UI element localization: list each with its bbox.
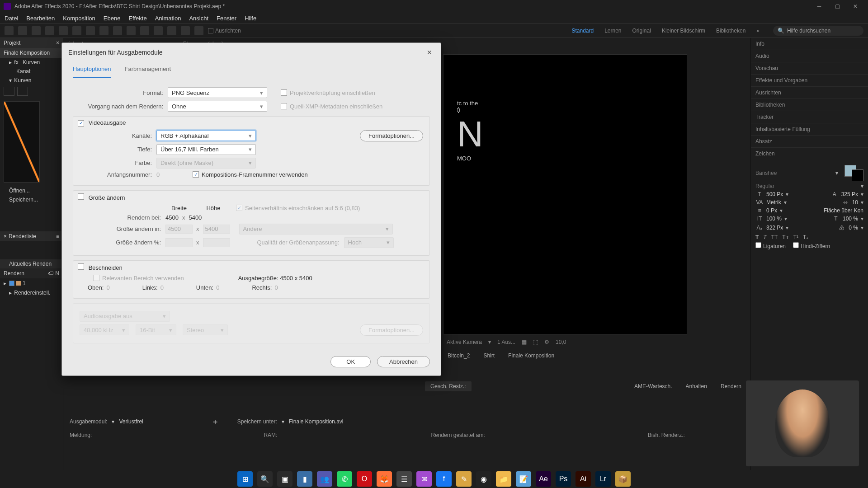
kanale-dropdown[interactable]: RGB + Alphakanal▾ <box>156 130 256 141</box>
tool-camera-icon[interactable] <box>72 26 81 35</box>
menu-effekte[interactable]: Effekte <box>128 15 146 22</box>
taskbar-notes-icon[interactable]: ✎ <box>456 471 472 487</box>
taskbar-firefox-icon[interactable]: 🦊 <box>377 471 392 487</box>
vorgang-dropdown[interactable]: Ohne▾ <box>168 101 267 112</box>
beschneiden-checkbox[interactable] <box>78 263 84 270</box>
font-dropdown[interactable]: Banshee <box>755 170 833 176</box>
panel-inhalt[interactable]: Inhaltsbasierte Füllung <box>751 123 868 136</box>
tool-brush-icon[interactable] <box>140 26 149 35</box>
workspace-standard[interactable]: Standard <box>571 28 594 34</box>
rendern-button[interactable]: Rendern <box>721 383 741 389</box>
panel-info[interactable]: Info <box>751 38 868 50</box>
menu-ansicht[interactable]: Ansicht <box>189 15 208 22</box>
menu-animation[interactable]: Animation <box>155 15 181 22</box>
fx-toggle[interactable]: ▸ fx Kurven <box>0 58 63 67</box>
composition-preview[interactable]: tc to the ₿ N MOO <box>443 54 687 334</box>
close-icon[interactable]: × <box>56 40 59 46</box>
taskbar-utility-icon[interactable]: ☰ <box>396 471 412 487</box>
workspace-more-icon[interactable]: » <box>756 28 760 34</box>
format-dropdown[interactable]: PNG Sequenz▾ <box>168 87 267 98</box>
menu-ebene[interactable]: Ebene <box>104 15 121 22</box>
tab-farbmanagement[interactable]: Farbmanagement <box>125 62 171 78</box>
taskbar-messenger-icon[interactable]: ✉ <box>416 471 432 487</box>
ausrichten-toggle[interactable]: Ausrichten <box>208 28 241 34</box>
maximize-button[interactable]: ▢ <box>828 0 846 13</box>
preview-ctrl-icon[interactable]: ⚙ <box>544 339 549 345</box>
panel-ausrichten[interactable]: Ausrichten <box>751 87 868 99</box>
tool-shape-icon[interactable] <box>99 26 108 35</box>
bold-icon[interactable]: T <box>755 234 759 240</box>
taskbar-files-icon[interactable]: 📁 <box>496 471 511 487</box>
curve-preset-1[interactable] <box>4 87 14 96</box>
taskbar-search-icon[interactable]: 🔍 <box>257 471 273 487</box>
panel-menu-icon[interactable]: ≡ <box>56 233 59 239</box>
comp-tab-finale[interactable]: Finale Komposition <box>508 352 554 359</box>
preview-ctrl-icon[interactable]: ▦ <box>522 339 527 345</box>
workspace-bibliotheken[interactable]: Bibliotheken <box>716 28 745 34</box>
panel-vorschau[interactable]: Vorschau <box>751 62 868 75</box>
taskbar-folder2-icon[interactable]: 📦 <box>615 471 631 487</box>
menu-hilfe[interactable]: Hilfe <box>245 15 256 22</box>
taskbar-widgets-icon[interactable]: ▮ <box>297 471 312 487</box>
curve-preset-2[interactable] <box>17 87 28 96</box>
baseline[interactable]: 322 Px <box>766 225 783 231</box>
videoausgabe-checkbox[interactable] <box>78 120 84 127</box>
ok-button[interactable]: OK <box>330 356 371 367</box>
subscript-icon[interactable]: T₁ <box>803 234 808 240</box>
tool-roto-icon[interactable] <box>181 26 190 35</box>
views-dropdown[interactable]: 1 Aus... <box>497 339 515 345</box>
taskbar-ai-icon[interactable]: Ai <box>576 471 591 487</box>
panel-audio[interactable]: Audio <box>751 50 868 62</box>
panel-zeichen[interactable]: Zeichen <box>751 148 868 160</box>
anhalten-button[interactable]: Anhalten <box>686 383 707 389</box>
aktive-kamera-dropdown[interactable]: Aktive Kamera <box>447 339 482 345</box>
open-button[interactable]: Öffnen... <box>0 186 63 195</box>
stroke-swatch[interactable] <box>852 169 863 181</box>
groesse-checkbox[interactable] <box>78 193 84 200</box>
close-window-button[interactable]: ✕ <box>846 0 864 13</box>
tsume[interactable]: 0 % <box>849 225 858 231</box>
render-settings-row[interactable]: ▸ Rendereinstell. <box>0 288 63 297</box>
ligaturen-check[interactable]: Ligaturen <box>755 242 786 249</box>
kurven-expand[interactable]: ▾ Kurven <box>0 76 63 85</box>
zoom-value[interactable]: 10,0 <box>556 339 566 345</box>
menu-fenster[interactable]: Fenster <box>217 15 236 22</box>
verlustfrei-link[interactable]: Verlustfrei <box>119 418 143 425</box>
taskbar-lr-icon[interactable]: Lr <box>595 471 611 487</box>
panel-effekte[interactable]: Effekte und Vorgaben <box>751 75 868 87</box>
comp-tab-shirt[interactable]: Shirt <box>483 352 495 359</box>
tool-rotate-icon[interactable] <box>59 26 68 35</box>
panel-bibliotheken[interactable]: Bibliotheken <box>751 99 868 111</box>
stroke-width[interactable]: 0 Px <box>766 207 777 214</box>
kompframe-checkbox[interactable] <box>193 171 199 178</box>
kerning[interactable]: Metrik <box>766 199 781 206</box>
hindi-check[interactable]: Hindi-Ziffern <box>793 242 830 249</box>
tool-text-icon[interactable] <box>127 26 136 35</box>
allcaps-icon[interactable]: TT <box>771 234 778 240</box>
taskbar-facebook-icon[interactable]: f <box>436 471 452 487</box>
tool-selection-icon[interactable] <box>18 26 27 35</box>
tool-eraser-icon[interactable] <box>167 26 176 35</box>
render-item-row[interactable]: ▸ 1 <box>0 278 63 288</box>
taskbar-ps-icon[interactable]: Ps <box>556 471 571 487</box>
menu-komposition[interactable]: Komposition <box>63 15 95 22</box>
preview-ctrl-icon[interactable]: ⬚ <box>533 339 538 345</box>
save-button[interactable]: Speichern... <box>0 195 63 204</box>
taskbar-teams-icon[interactable]: 👥 <box>317 471 332 487</box>
tool-home-icon[interactable] <box>5 26 14 35</box>
curve-graph[interactable] <box>4 101 40 183</box>
xmp-checkbox[interactable] <box>281 103 287 109</box>
minimize-button[interactable]: ─ <box>810 0 828 13</box>
workspace-lernen[interactable]: Lernen <box>604 28 621 34</box>
menu-bearbeiten[interactable]: Bearbeiten <box>26 15 55 22</box>
taskbar-windows-icon[interactable]: ⊞ <box>237 471 253 487</box>
renderliste-tab[interactable]: × Renderliste ≡ <box>0 231 63 241</box>
tool-anchor-icon[interactable] <box>86 26 95 35</box>
output-file-link[interactable]: Finale Komposition.avi <box>289 418 344 425</box>
tool-stamp-icon[interactable] <box>154 26 163 35</box>
hscale[interactable]: 100 % <box>843 216 858 222</box>
panel-absatz[interactable]: Absatz <box>751 136 868 148</box>
tool-zoom-icon[interactable] <box>45 26 54 35</box>
italic-icon[interactable]: T <box>763 234 766 240</box>
menu-datei[interactable]: Datei <box>5 15 18 22</box>
